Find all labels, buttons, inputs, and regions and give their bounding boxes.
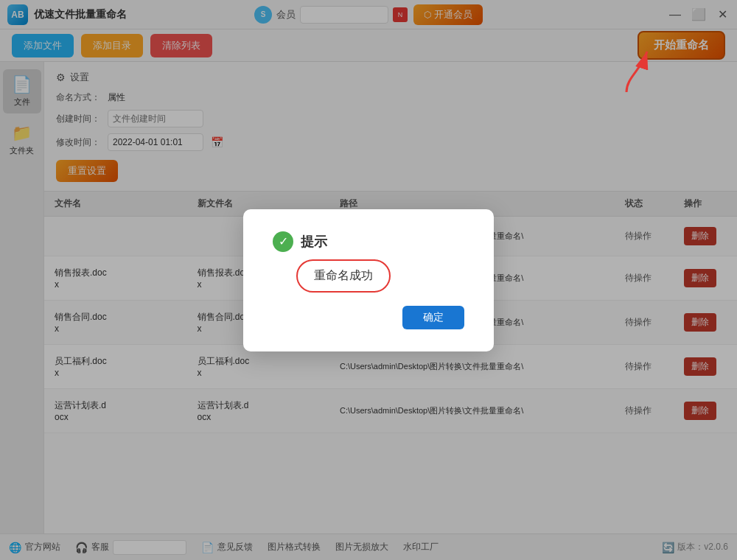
modal-message: 重命名成功 xyxy=(301,264,386,288)
modal-footer: 确定 xyxy=(273,306,464,329)
modal-title: 提示 xyxy=(301,233,327,251)
modal-title-row: ✓ 提示 xyxy=(273,231,464,252)
modal-overlay[interactable]: ✓ 提示 重命名成功 确定 xyxy=(0,0,737,560)
check-icon: ✓ xyxy=(273,231,293,252)
success-modal: ✓ 提示 重命名成功 确定 xyxy=(243,209,494,351)
confirm-button[interactable]: 确定 xyxy=(402,306,464,329)
